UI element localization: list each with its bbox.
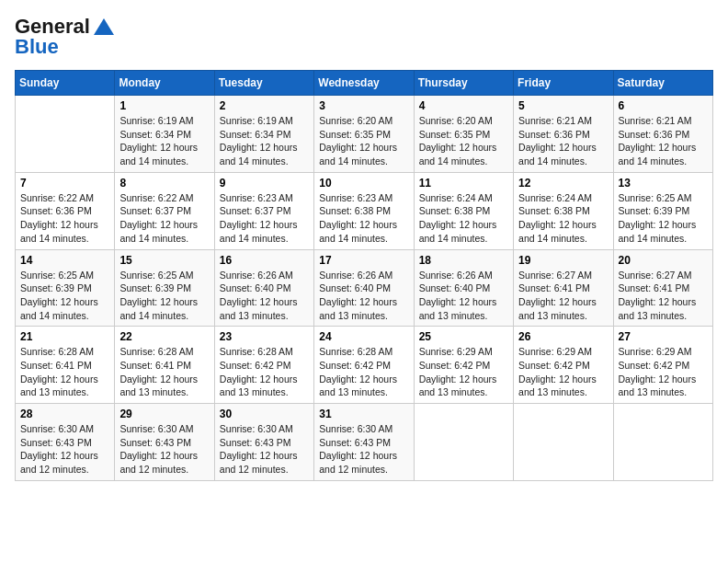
day-cell: 30Sunrise: 6:30 AMSunset: 6:43 PMDayligh… bbox=[214, 404, 313, 481]
day-cell: 15Sunrise: 6:25 AMSunset: 6:39 PMDayligh… bbox=[115, 249, 214, 327]
day-number: 30 bbox=[220, 408, 309, 420]
week-row-3: 14Sunrise: 6:25 AMSunset: 6:39 PMDayligh… bbox=[16, 249, 713, 327]
day-info: Sunrise: 6:28 AMSunset: 6:42 PMDaylight:… bbox=[319, 345, 408, 399]
day-cell: 24Sunrise: 6:28 AMSunset: 6:42 PMDayligh… bbox=[314, 327, 414, 404]
day-number: 20 bbox=[619, 254, 708, 267]
day-number: 24 bbox=[319, 330, 408, 343]
day-cell: 27Sunrise: 6:29 AMSunset: 6:42 PMDayligh… bbox=[613, 327, 712, 404]
day-info: Sunrise: 6:29 AMSunset: 6:42 PMDaylight:… bbox=[619, 345, 708, 399]
day-cell: 14Sunrise: 6:25 AMSunset: 6:39 PMDayligh… bbox=[16, 249, 115, 327]
day-header-monday: Monday bbox=[115, 71, 214, 96]
page-header: General Blue bbox=[15, 15, 713, 59]
day-cell: 12Sunrise: 6:24 AMSunset: 6:38 PMDayligh… bbox=[514, 172, 613, 249]
day-info: Sunrise: 6:22 AMSunset: 6:36 PMDaylight:… bbox=[20, 191, 109, 246]
day-number: 6 bbox=[619, 99, 708, 112]
day-cell: 10Sunrise: 6:23 AMSunset: 6:38 PMDayligh… bbox=[314, 172, 414, 249]
day-info: Sunrise: 6:28 AMSunset: 6:41 PMDaylight:… bbox=[119, 345, 209, 399]
day-number: 27 bbox=[619, 330, 708, 343]
day-cell: 26Sunrise: 6:29 AMSunset: 6:42 PMDayligh… bbox=[514, 327, 613, 404]
day-info: Sunrise: 6:23 AMSunset: 6:38 PMDaylight:… bbox=[319, 191, 408, 246]
day-cell bbox=[613, 404, 712, 481]
week-row-5: 28Sunrise: 6:30 AMSunset: 6:43 PMDayligh… bbox=[16, 404, 713, 481]
day-number: 12 bbox=[518, 177, 608, 190]
day-info: Sunrise: 6:29 AMSunset: 6:42 PMDaylight:… bbox=[419, 345, 508, 399]
day-number: 31 bbox=[319, 408, 408, 420]
day-info: Sunrise: 6:23 AMSunset: 6:37 PMDaylight:… bbox=[220, 191, 309, 246]
day-cell bbox=[514, 404, 613, 481]
day-cell: 20Sunrise: 6:27 AMSunset: 6:41 PMDayligh… bbox=[613, 249, 712, 327]
week-row-4: 21Sunrise: 6:28 AMSunset: 6:41 PMDayligh… bbox=[16, 327, 713, 404]
day-number: 22 bbox=[119, 330, 209, 343]
day-number: 10 bbox=[319, 177, 408, 190]
day-header-tuesday: Tuesday bbox=[214, 71, 313, 96]
day-number: 21 bbox=[20, 330, 109, 343]
day-cell: 11Sunrise: 6:24 AMSunset: 6:38 PMDayligh… bbox=[414, 172, 513, 249]
logo-icon bbox=[94, 18, 114, 35]
day-cell: 19Sunrise: 6:27 AMSunset: 6:41 PMDayligh… bbox=[514, 249, 613, 327]
day-info: Sunrise: 6:30 AMSunset: 6:43 PMDaylight:… bbox=[220, 422, 309, 477]
day-cell: 21Sunrise: 6:28 AMSunset: 6:41 PMDayligh… bbox=[16, 327, 115, 404]
day-number: 23 bbox=[220, 330, 309, 343]
day-info: Sunrise: 6:27 AMSunset: 6:41 PMDaylight:… bbox=[619, 269, 708, 323]
day-info: Sunrise: 6:30 AMSunset: 6:43 PMDaylight:… bbox=[119, 422, 209, 477]
day-header-thursday: Thursday bbox=[414, 71, 513, 96]
day-cell: 3Sunrise: 6:20 AMSunset: 6:35 PMDaylight… bbox=[314, 96, 414, 173]
week-row-2: 7Sunrise: 6:22 AMSunset: 6:36 PMDaylight… bbox=[16, 172, 713, 249]
day-header-sunday: Sunday bbox=[16, 71, 115, 96]
day-info: Sunrise: 6:26 AMSunset: 6:40 PMDaylight:… bbox=[319, 269, 408, 323]
day-info: Sunrise: 6:19 AMSunset: 6:34 PMDaylight:… bbox=[119, 114, 209, 168]
logo-blue: Blue bbox=[15, 35, 59, 59]
day-cell bbox=[414, 404, 513, 481]
day-info: Sunrise: 6:25 AMSunset: 6:39 PMDaylight:… bbox=[619, 191, 708, 246]
day-cell: 8Sunrise: 6:22 AMSunset: 6:37 PMDaylight… bbox=[115, 172, 214, 249]
day-cell: 22Sunrise: 6:28 AMSunset: 6:41 PMDayligh… bbox=[115, 327, 214, 404]
day-number: 1 bbox=[119, 99, 209, 112]
day-number: 29 bbox=[119, 408, 209, 420]
day-number: 16 bbox=[220, 254, 309, 267]
day-header-wednesday: Wednesday bbox=[314, 71, 414, 96]
day-cell: 18Sunrise: 6:26 AMSunset: 6:40 PMDayligh… bbox=[414, 249, 513, 327]
day-info: Sunrise: 6:20 AMSunset: 6:35 PMDaylight:… bbox=[419, 114, 508, 168]
day-info: Sunrise: 6:27 AMSunset: 6:41 PMDaylight:… bbox=[518, 269, 608, 323]
day-info: Sunrise: 6:29 AMSunset: 6:42 PMDaylight:… bbox=[518, 345, 608, 399]
day-cell: 9Sunrise: 6:23 AMSunset: 6:37 PMDaylight… bbox=[214, 172, 313, 249]
day-info: Sunrise: 6:30 AMSunset: 6:43 PMDaylight:… bbox=[319, 422, 408, 477]
svg-marker-0 bbox=[94, 18, 114, 35]
day-cell: 28Sunrise: 6:30 AMSunset: 6:43 PMDayligh… bbox=[16, 404, 115, 481]
day-info: Sunrise: 6:26 AMSunset: 6:40 PMDaylight:… bbox=[419, 269, 508, 323]
day-cell: 25Sunrise: 6:29 AMSunset: 6:42 PMDayligh… bbox=[414, 327, 513, 404]
day-number: 28 bbox=[20, 408, 109, 420]
day-header-row: SundayMondayTuesdayWednesdayThursdayFrid… bbox=[16, 71, 713, 96]
day-info: Sunrise: 6:24 AMSunset: 6:38 PMDaylight:… bbox=[419, 191, 508, 246]
day-info: Sunrise: 6:24 AMSunset: 6:38 PMDaylight:… bbox=[518, 191, 608, 246]
day-number: 9 bbox=[220, 177, 309, 190]
day-cell: 31Sunrise: 6:30 AMSunset: 6:43 PMDayligh… bbox=[314, 404, 414, 481]
day-number: 13 bbox=[619, 177, 708, 190]
day-number: 7 bbox=[20, 177, 109, 190]
day-cell: 17Sunrise: 6:26 AMSunset: 6:40 PMDayligh… bbox=[314, 249, 414, 327]
day-info: Sunrise: 6:22 AMSunset: 6:37 PMDaylight:… bbox=[119, 191, 209, 246]
day-cell: 1Sunrise: 6:19 AMSunset: 6:34 PMDaylight… bbox=[115, 96, 214, 173]
day-number: 15 bbox=[119, 254, 209, 267]
day-info: Sunrise: 6:26 AMSunset: 6:40 PMDaylight:… bbox=[220, 269, 309, 323]
day-cell: 4Sunrise: 6:20 AMSunset: 6:35 PMDaylight… bbox=[414, 96, 513, 173]
day-number: 18 bbox=[419, 254, 508, 267]
day-info: Sunrise: 6:20 AMSunset: 6:35 PMDaylight:… bbox=[319, 114, 408, 168]
calendar-body: 1Sunrise: 6:19 AMSunset: 6:34 PMDaylight… bbox=[16, 96, 713, 481]
day-cell bbox=[16, 96, 115, 173]
day-cell: 2Sunrise: 6:19 AMSunset: 6:34 PMDaylight… bbox=[214, 96, 313, 173]
day-number: 8 bbox=[119, 177, 209, 190]
day-number: 3 bbox=[319, 99, 408, 112]
day-cell: 5Sunrise: 6:21 AMSunset: 6:36 PMDaylight… bbox=[514, 96, 613, 173]
week-row-1: 1Sunrise: 6:19 AMSunset: 6:34 PMDaylight… bbox=[16, 96, 713, 173]
day-cell: 23Sunrise: 6:28 AMSunset: 6:42 PMDayligh… bbox=[214, 327, 313, 404]
day-info: Sunrise: 6:21 AMSunset: 6:36 PMDaylight:… bbox=[619, 114, 708, 168]
day-info: Sunrise: 6:28 AMSunset: 6:41 PMDaylight:… bbox=[20, 345, 109, 399]
day-cell: 6Sunrise: 6:21 AMSunset: 6:36 PMDaylight… bbox=[613, 96, 712, 173]
day-number: 25 bbox=[419, 330, 508, 343]
day-header-saturday: Saturday bbox=[613, 71, 712, 96]
day-info: Sunrise: 6:30 AMSunset: 6:43 PMDaylight:… bbox=[20, 422, 109, 477]
day-number: 19 bbox=[518, 254, 608, 267]
day-cell: 7Sunrise: 6:22 AMSunset: 6:36 PMDaylight… bbox=[16, 172, 115, 249]
day-cell: 29Sunrise: 6:30 AMSunset: 6:43 PMDayligh… bbox=[115, 404, 214, 481]
